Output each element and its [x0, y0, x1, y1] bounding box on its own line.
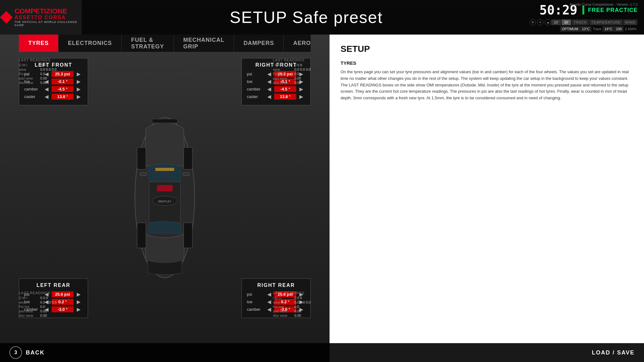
lf-toe-inc[interactable]: ▶	[75, 79, 82, 85]
wear-lf-vals: 0.0 0.0 0.0	[40, 68, 57, 71]
readings-right-front: LAST READINGS I M O 0 0 0 wear 0.0 0.0 0…	[273, 58, 311, 85]
load-save-button[interactable]: LOAD / SAVE	[592, 349, 635, 356]
left-rear-title: LEFT REAR	[24, 282, 83, 288]
bottom-bar: 3 BACK LOAD / SAVE	[0, 343, 644, 362]
omi-lf-label: O M I	[19, 63, 38, 67]
imo-rr-vals: 0 0 0	[294, 296, 302, 300]
wear-lr-vals: 0.0 0.0 0.0	[40, 300, 57, 304]
setup-panel-section: TYRES	[341, 60, 633, 66]
rf-camber-inc[interactable]: ▶	[298, 86, 304, 92]
wind-unit: 2 KM/H	[624, 26, 638, 32]
session-type: FREE PRACTICE	[588, 7, 638, 14]
rr-camber-dec[interactable]: ◀	[266, 306, 272, 312]
lf-camber-label: camber	[24, 87, 42, 91]
discwear-rf-label: disc wear	[273, 81, 292, 85]
rr-psi-dec[interactable]: ◀	[266, 291, 272, 297]
rf-camber-label: camber	[247, 87, 264, 91]
readings-lr-title: LAST READINGS	[19, 291, 57, 295]
top-bar: COMPETIZIONE ASSETTO CORSA THE OFFICIAL …	[0, 0, 644, 35]
readings-right-rear: LAST READINGS I M O 0 0 0 wear 0.0 0.0 0…	[273, 291, 311, 318]
time-btn-10[interactable]: 10'	[551, 19, 561, 25]
padwear-lf-val: 0.00	[40, 76, 47, 80]
wind-label: WIND	[623, 19, 637, 25]
rf-caster-inc[interactable]: ▶	[298, 94, 304, 100]
padwear-rf-label: pad wear	[273, 76, 292, 80]
readings-left-rear: LAST READINGS O M I 0 0 0 wear 0.0 0.0 0…	[19, 291, 57, 318]
optimum-val: OPTIMUM	[560, 26, 580, 32]
svg-rect-8	[184, 223, 192, 248]
tab-aero[interactable]: AERO	[284, 35, 320, 52]
padwear-rr-val: 0.00	[294, 309, 301, 313]
tab-dampers[interactable]: DAMPERS	[234, 35, 284, 52]
discwear-lr-val: 0.00	[40, 314, 47, 317]
rf-caster-dec[interactable]: ◀	[266, 94, 272, 100]
lr-camber-inc[interactable]: ▶	[75, 306, 82, 312]
lf-camber-dec[interactable]: ◀	[43, 86, 50, 92]
lr-toe-inc[interactable]: ▶	[75, 299, 82, 305]
rf-toe-label: toe	[247, 79, 264, 84]
time-btn-30[interactable]: 30'	[562, 19, 571, 25]
logo-line1: ASSETTO CORSA	[14, 15, 82, 20]
page-title: SETUP Safe preset	[230, 8, 383, 27]
lf-camber-inc[interactable]: ▶	[75, 86, 82, 92]
discwear-rr-val: 0.00	[294, 314, 301, 317]
back-button[interactable]: 3 BACK	[9, 346, 45, 359]
rf-toe-dec[interactable]: ◀	[266, 79, 272, 85]
lr-psi-inc[interactable]: ▶	[75, 291, 82, 297]
lf-psi-inc[interactable]: ▶	[75, 71, 82, 77]
track-label: TRACK	[572, 19, 589, 25]
tab-fuel[interactable]: FUEL & STRATEGY	[122, 35, 174, 52]
car-visualization: BENTLEY	[124, 110, 206, 286]
logo-acc: COMPETIZIONE	[14, 8, 82, 15]
rf-psi-dec[interactable]: ◀	[266, 71, 272, 77]
imo-rf-vals: 0 0 0	[294, 63, 302, 67]
rr-camber-label: camber	[247, 307, 264, 312]
right-panel: SETUP TYRES On the tyres page you can se…	[330, 35, 644, 362]
padwear-rr-label: pad wear	[273, 309, 292, 313]
temp-air-val: 13°C	[580, 26, 592, 32]
nav-tabs: TYRES ELECTRONICS FUEL & STRATEGY MECHAN…	[19, 35, 311, 52]
psihot-rf-label: Psi hot	[273, 72, 292, 76]
right-rear-title: RIGHT REAR	[247, 282, 305, 288]
svg-text:BENTLEY: BENTLEY	[158, 200, 171, 203]
discwear-lr-label: disc wear	[19, 314, 38, 317]
rr-toe-label: toe	[247, 299, 264, 304]
wear-rf-vals: 0.0 0.0 0.0	[294, 68, 311, 71]
svg-rect-9	[140, 173, 147, 176]
tab-electronics[interactable]: ELECTRONICS	[58, 35, 122, 52]
settings-icon[interactable]: ⚙	[530, 19, 536, 25]
temperature-label: TEMPERATURE	[589, 19, 622, 25]
discwear-lf-val: 0.00	[40, 81, 47, 85]
cloud-icon: ☁	[545, 19, 551, 25]
lf-caster-inc[interactable]: ▶	[75, 94, 82, 100]
svg-rect-2	[152, 119, 177, 123]
discwear-rr-label: disc wear	[273, 314, 292, 317]
lf-caster-dec[interactable]: ◀	[43, 94, 50, 100]
weather-icon: ☀	[537, 19, 543, 25]
discwear-lf-label: disc wear	[19, 81, 38, 85]
tab-mechanical[interactable]: MECHANICAL GRIP	[174, 35, 234, 52]
padwear-lr-label: pad wear	[19, 309, 38, 313]
omi-lr-label: O M I	[19, 296, 38, 300]
wear-rr-vals: 0.0 0.0 0.0	[294, 300, 311, 304]
psihot-lf-label: Psi hot	[19, 72, 38, 76]
psihot-lf-val: 0.0	[40, 72, 45, 76]
rf-camber-dec[interactable]: ◀	[266, 86, 272, 92]
setup-panel-title: SETUP	[341, 44, 633, 54]
rf-caster-label: caster	[247, 94, 264, 99]
logo-area: COMPETIZIONE ASSETTO CORSA THE OFFICIAL …	[0, 0, 82, 35]
lf-camber-value: -4.5 °	[52, 86, 74, 92]
psihot-rf-val: 0.0	[294, 72, 299, 76]
track-temp-label: Track	[591, 26, 602, 32]
svg-rect-10	[183, 173, 189, 176]
svg-rect-5	[137, 147, 146, 169]
omi-lf-vals: 0 0 0	[40, 63, 48, 67]
readings-rr-title: LAST READINGS	[273, 291, 311, 295]
padwear-rf-val: 0.00	[294, 76, 301, 80]
car-area: BENTLEY	[82, 52, 248, 343]
wear-lr-label: wear	[19, 300, 38, 304]
temp-track-val: 14°C	[602, 26, 614, 32]
rr-toe-dec[interactable]: ◀	[266, 299, 272, 305]
tab-tyres[interactable]: TYRES	[19, 35, 58, 52]
wear-rr-label: wear	[273, 300, 292, 304]
